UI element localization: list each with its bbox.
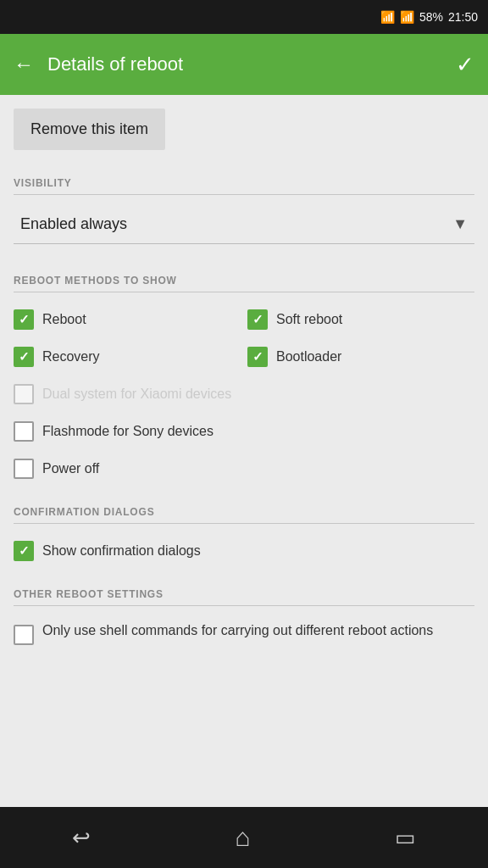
dropdown-arrow-icon: ▼ <box>452 215 468 233</box>
visibility-selected: Enabled always <box>20 215 127 233</box>
checkbox-bootloader-label: Bootloader <box>276 349 341 364</box>
checkbox-flashmode-label: Flashmode for Sony devices <box>42 424 214 439</box>
reboot-methods-divider <box>14 292 474 292</box>
nav-recent-button[interactable]: ▭ <box>395 825 416 851</box>
confirmation-dialogs-divider <box>14 523 474 524</box>
other-settings-header: OTHER REBOOT SETTINGS <box>14 581 474 605</box>
checkbox-show-confirmation-label: Show confirmation dialogs <box>42 543 201 559</box>
status-icons: 📶 📶 58% 21:50 <box>380 10 478 24</box>
signal-icon: 📶 <box>400 10 414 24</box>
app-bar-left: ← Details of reboot <box>14 53 183 76</box>
reboot-methods-grid: Reboot Soft reboot Recovery Bootloader D… <box>14 303 474 486</box>
status-bar: 📶 📶 58% 21:50 <box>0 0 488 34</box>
battery-text: 58% <box>419 10 443 24</box>
other-settings-divider <box>14 605 474 606</box>
visibility-divider <box>14 194 474 195</box>
checkbox-show-confirmation-box <box>14 541 34 561</box>
checkbox-recovery-box <box>14 347 34 367</box>
app-bar: ← Details of reboot ✓ <box>0 34 488 95</box>
checkbox-soft-reboot-label: Soft reboot <box>276 312 342 327</box>
checkbox-flashmode[interactable]: Flashmode for Sony devices <box>14 415 474 448</box>
checkbox-dual-system-box <box>14 384 34 404</box>
other-settings-section: OTHER REBOOT SETTINGS Only use shell com… <box>14 581 474 652</box>
visibility-section: VISIBILITY Enabled always ▼ <box>14 170 474 261</box>
checkbox-bootloader[interactable]: Bootloader <box>247 340 474 374</box>
checkbox-shell-commands-label: Only use shell commands for carrying out… <box>42 623 433 638</box>
checkbox-reboot-label: Reboot <box>42 312 86 327</box>
checkbox-flashmode-box <box>14 421 34 442</box>
checkbox-show-confirmation[interactable]: Show confirmation dialogs <box>14 534 474 568</box>
content-area: Remove this item VISIBILITY Enabled alwa… <box>0 95 488 807</box>
confirm-button[interactable]: ✓ <box>456 52 474 78</box>
bottom-navigation: ↩ ⌂ ▭ <box>0 807 488 868</box>
nav-back-button[interactable]: ↩ <box>72 825 91 851</box>
nav-home-button[interactable]: ⌂ <box>235 823 250 852</box>
checkbox-shell-commands[interactable]: Only use shell commands for carrying out… <box>14 616 474 652</box>
checkbox-power-off-box <box>14 459 34 479</box>
checkbox-recovery-label: Recovery <box>42 349 100 364</box>
checkbox-soft-reboot-box <box>247 309 268 330</box>
wifi-icon: 📶 <box>380 10 395 24</box>
visibility-section-header: VISIBILITY <box>14 170 474 194</box>
checkbox-reboot-box <box>14 309 34 330</box>
checkbox-power-off[interactable]: Power off <box>14 452 474 486</box>
time-display: 21:50 <box>448 10 478 24</box>
checkbox-power-off-label: Power off <box>42 461 99 476</box>
checkbox-shell-commands-box <box>14 625 34 645</box>
checkbox-bootloader-box <box>247 347 268 367</box>
checkbox-reboot[interactable]: Reboot <box>14 303 241 337</box>
checkbox-dual-system: Dual system for Xiaomi devices <box>14 377 474 411</box>
checkbox-dual-system-label: Dual system for Xiaomi devices <box>42 387 231 402</box>
reboot-methods-header: REBOOT METHODS TO SHOW <box>14 268 474 292</box>
reboot-methods-section: REBOOT METHODS TO SHOW Reboot Soft reboo… <box>14 268 474 492</box>
back-button[interactable]: ← <box>14 53 34 76</box>
remove-item-button[interactable]: Remove this item <box>14 108 165 150</box>
confirmation-dialogs-section: CONFIRMATION DIALOGS Show confirmation d… <box>14 499 474 568</box>
page-title: Details of reboot <box>47 53 183 75</box>
checkbox-soft-reboot[interactable]: Soft reboot <box>247 303 474 337</box>
checkbox-recovery[interactable]: Recovery <box>14 340 241 374</box>
confirmation-dialogs-header: CONFIRMATION DIALOGS <box>14 499 474 523</box>
visibility-dropdown[interactable]: Enabled always ▼ <box>14 205 474 244</box>
